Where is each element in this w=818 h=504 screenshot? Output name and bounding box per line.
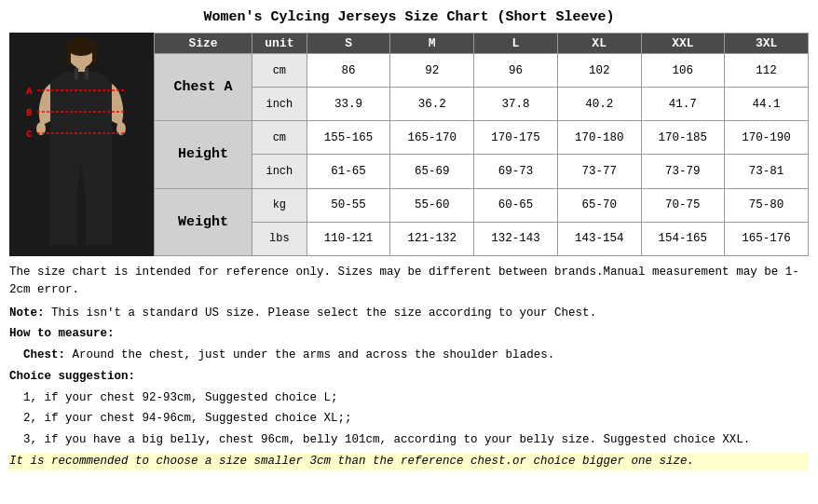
choice1-line: 1, if your chest 92-93cm, Suggested choi…: [9, 389, 809, 407]
table-row: 170-180: [557, 121, 641, 155]
table-row: 37.8: [474, 88, 558, 121]
col-s: S: [307, 34, 390, 54]
table-row: 55-60: [390, 188, 474, 222]
category-cell: Chest A: [155, 54, 252, 121]
table-row: 132-143: [474, 222, 558, 255]
unit-cell: inch: [252, 155, 307, 188]
category-cell: Weight: [155, 188, 252, 255]
svg-rect-7: [85, 68, 89, 79]
note-label: Note:: [9, 306, 45, 320]
choice2-line: 2, if your chest 94-96cm, Suggested choi…: [9, 410, 809, 428]
unit-cell: cm: [252, 54, 307, 88]
table-row: 65-69: [390, 155, 474, 188]
svg-text:A: A: [26, 86, 33, 97]
note-text-span: This isn't a standard US size. Please se…: [51, 306, 596, 320]
svg-text:B: B: [26, 107, 33, 118]
table-row: 70-75: [641, 188, 725, 222]
col-m: M: [390, 34, 474, 54]
col-xxl: XXL: [641, 34, 725, 54]
table-row: 143-154: [557, 222, 641, 255]
table-row: 112: [725, 54, 809, 88]
svg-rect-4: [92, 47, 97, 65]
page-title: Women's Cylcing Jerseys Size Chart (Shor…: [9, 9, 809, 25]
table-row: 110-121: [307, 222, 390, 255]
how-to-label: How to measure:: [9, 325, 809, 343]
svg-rect-10: [50, 198, 76, 245]
col-size: Size: [155, 34, 252, 54]
svg-text:C: C: [26, 129, 33, 140]
col-xl: XL: [557, 34, 641, 54]
unit-cell: inch: [252, 88, 307, 121]
col-unit: unit: [252, 34, 307, 54]
table-row: 69-73: [474, 155, 558, 188]
table-row: 106: [641, 54, 725, 88]
table-row: 73-77: [557, 155, 641, 188]
table-row: 121-132: [390, 222, 474, 255]
table-row: 61-65: [307, 155, 390, 188]
table-row: 165-176: [725, 222, 809, 255]
table-row: 33.9: [307, 88, 390, 121]
chest-desc-text: Around the chest, just under the arms an…: [73, 348, 555, 361]
table-row: 73-79: [641, 155, 725, 188]
table-row: 170-185: [641, 121, 725, 155]
table-row: 75-80: [725, 188, 809, 222]
col-l: L: [474, 34, 558, 54]
table-row: 41.7: [641, 88, 725, 121]
table-row: 170-190: [725, 121, 809, 155]
table-row: 60-65: [474, 188, 558, 222]
category-cell: Height: [155, 121, 252, 188]
table-row: 102: [557, 54, 641, 88]
table-row: 86: [307, 54, 390, 88]
table-row: 92: [390, 54, 474, 88]
recommended-text: It is recommended to choose a size small…: [9, 453, 809, 470]
unit-cell: lbs: [252, 222, 307, 255]
table-row: 40.2: [557, 88, 641, 121]
info-section: The size chart is intended for reference…: [9, 264, 809, 470]
table-row: 154-165: [641, 222, 725, 255]
table-row: 73-81: [725, 155, 809, 188]
note-line: Note: This isn't a standard US size. Ple…: [9, 305, 809, 322]
table-row: 65-70: [557, 188, 641, 222]
table-row: 155-165: [307, 121, 390, 155]
table-row: 44.1: [725, 88, 809, 121]
unit-cell: cm: [252, 121, 307, 155]
table-row: 36.2: [390, 88, 474, 121]
model-image: A B C: [9, 33, 154, 256]
table-row: 96: [474, 54, 558, 88]
disclaimer-text: The size chart is intended for reference…: [9, 264, 809, 299]
svg-rect-3: [66, 47, 71, 65]
choice-label: Choice suggestion:: [9, 368, 809, 386]
table-row: 165-170: [390, 121, 474, 155]
chest-label: Chest:: [23, 348, 65, 361]
choice3-line: 3, if you have a big belly, chest 96cm, …: [9, 431, 809, 449]
table-row: 170-175: [474, 121, 558, 155]
svg-rect-11: [86, 198, 112, 245]
size-table: Size unit S M L XL XXL 3XL Chest Acm8692…: [154, 33, 809, 256]
chest-line: Chest: Around the chest, just under the …: [9, 347, 809, 364]
col-3xl: 3XL: [725, 34, 809, 54]
unit-cell: kg: [252, 188, 307, 222]
svg-rect-6: [75, 68, 78, 79]
table-row: 50-55: [307, 188, 390, 222]
